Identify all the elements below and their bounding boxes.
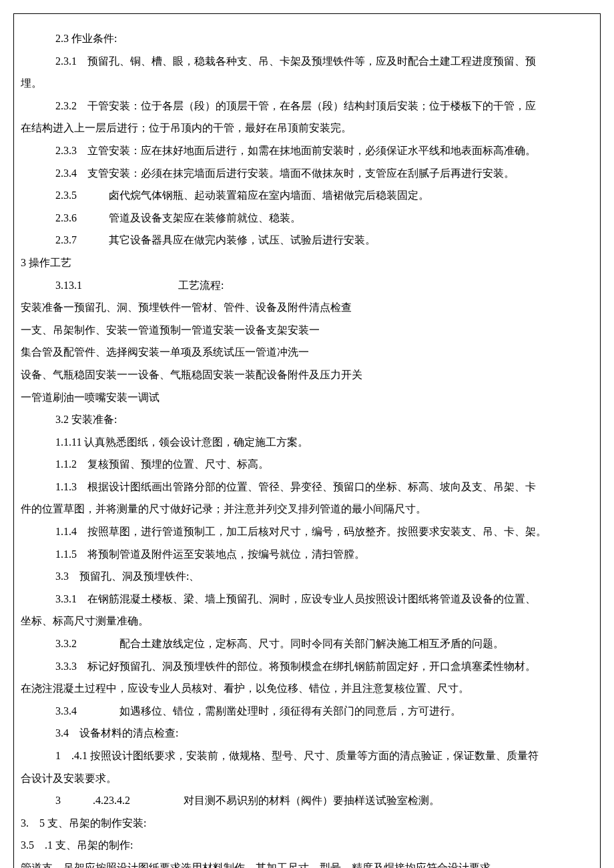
text-line: 1.1.11 认真熟悉图纸，领会设计意图，确定施工方案。: [21, 431, 593, 454]
document-body: 2.3 作业条件:2.3.1 预留孔、铜、槽、眼，稳栽各种支、吊、卡架及预埋铁件…: [21, 27, 593, 868]
text-line: 3.4 设备材料的清点检查:: [21, 722, 593, 745]
text-line: 3. 5 支、吊架的制作安装:: [21, 812, 593, 835]
text-line: 1 .4.1 按照设计图纸要求，安装前，做规格、型号、尺寸、质量等方面的清点验证…: [21, 745, 593, 767]
text-line: 2.3.4 支管安装：必须在抹完墙面后进行安装。墙面不做抹灰时，支管应在刮腻子后…: [21, 162, 593, 185]
text-line: 3.13.1 工艺流程:: [21, 274, 593, 297]
text-line: 2.3.1 预留孔、铜、槽、眼，稳栽各种支、吊、卡架及预埋铁件等，应及时配合土建…: [21, 50, 593, 73]
text-line: 3.3.1 在钢筋混凝土楼板、梁、墙上预留孔、洞时，应设专业人员按照设计图纸将管…: [21, 588, 593, 610]
text-line: 3.3.4 如遇移位、错位，需剔凿处理时，须征得有关部门的同意后，方可进行。: [21, 700, 593, 723]
text-line: 3.2 安装准备:: [21, 408, 593, 431]
text-line: 3.3.2 配合土建放线定位，定标高、尺寸。同时令同有关部门解决施工相互矛盾的问…: [21, 632, 593, 655]
text-line: 3 操作工艺: [21, 252, 593, 274]
text-line: 一支、吊架制作、安装一管道预制一管道安装一设备支架安装一: [21, 319, 593, 342]
text-line: 2.3.5 卤代烷气体钢瓶、起动装置箱应在室内墙面、墙裙做完后稳装固定。: [21, 184, 593, 207]
text-line: 件的位置草图，并将测量的尺寸做好记录；并注意并列交叉排列管道的最小间隔尺寸。: [21, 498, 593, 520]
text-line: 埋。: [21, 72, 593, 95]
text-line: 2.3 作业条件:: [21, 27, 593, 50]
text-line: 1.1.3 根据设计图纸画出管路分部的位置、管径、异变径、预留口的坐标、标高、坡…: [21, 476, 593, 498]
text-line: 2.3.2 干管安装：位于各层（段）的顶层干管，在各层（段）结构封顶后安装；位于…: [21, 95, 593, 117]
text-line: 3.3 预留孔、洞及预埋铁件:、: [21, 565, 593, 588]
text-line: 2.3.3 立管安装：应在抹好地面后进行，如需在抹地面前安装时，必须保证水平线和…: [21, 139, 593, 162]
text-line: 合设计及安装要求。: [21, 767, 593, 790]
text-line: 1.1.2 复核预留、预埋的位置、尺寸、标高。: [21, 453, 593, 476]
text-line: 在浇注混凝土过程中，应设专业人员核对、看护，以免位移、错位，并且注意复核位置、尺…: [21, 677, 593, 700]
text-line: 在结构进入上一层后进行；位于吊顶内的干管，最好在吊顶前安装完。: [21, 117, 593, 139]
text-line: 坐标、标高尺寸测量准确。: [21, 610, 593, 632]
text-line: 1.1.5 将预制管道及附件运至安装地点，按编号就位，清扫管膛。: [21, 543, 593, 566]
text-line: 集合管及配管件、选择阀安装一单项及系统试压一管道冲洗一: [21, 341, 593, 364]
text-line: 2.3.7 其它设备器具应在做完内装修，试压、试验后进行安装。: [21, 229, 593, 252]
text-line: 一管道刷油一喷嘴安装一调试: [21, 386, 593, 409]
text-line: 3.3.3 标记好预留孔、洞及预埋铁件的部位。将预制模盒在绑扎钢筋前固定好，开口…: [21, 655, 593, 678]
text-line: 设备、气瓶稳固安装一一设备、气瓶稳固安装一装配设备附件及压力开关: [21, 364, 593, 386]
text-line: 管道支、吊架应按照设计图纸要求选用材料制作，其加工尺寸、型号、精度及焊接均应符合…: [21, 857, 593, 868]
text-line: 3.5 .1 支、吊架的制作:: [21, 834, 593, 857]
text-line: 安装准备一预留孔、洞、预埋铁件一管材、管件、设备及附件清点检查: [21, 296, 593, 319]
text-line: 1.1.4 按照草图，进行管道预制工，加工后核对尺寸，编号，码放整齐。按照要求安…: [21, 520, 593, 543]
text-line: 3 .4.23.4.2 对目测不易识别的材料（阀件）要抽样送试验室检测。: [21, 789, 593, 812]
document-page: 2.3 作业条件:2.3.1 预留孔、铜、槽、眼，稳栽各种支、吊、卡架及预埋铁件…: [13, 13, 601, 868]
text-line: 2.3.6 管道及设备支架应在装修前就位、稳装。: [21, 207, 593, 230]
